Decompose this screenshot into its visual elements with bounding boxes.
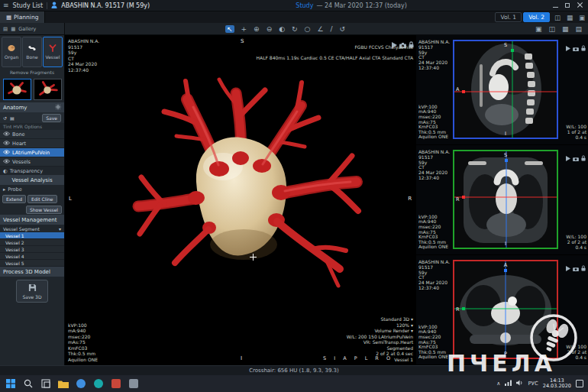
study-date: — 24 Mar 2020 12:37 (today) [316,2,406,9]
crosshair-cursor[interactable] [250,254,257,261]
play-icon[interactable] [566,40,570,54]
mode-vessel-button[interactable]: Vessel [43,37,63,67]
mode-bone-button[interactable]: Bone [22,37,42,67]
show-vessel-button[interactable]: Show Vessel [26,206,62,214]
zoom-in-tool-icon[interactable]: ⊕ [254,25,260,33]
eye-icon[interactable] [3,141,10,147]
lock-icon[interactable] [581,40,586,54]
gear-icon[interactable] [55,104,61,112]
split-view-icon[interactable]: ◫ [554,14,561,21]
cursor-tool-icon[interactable]: ↖ [225,25,234,33]
layout-tools: ▣ ◫ ▦ ▤ [535,23,582,35]
vessel-list-item-4[interactable]: Vessel 4 [0,253,64,260]
tab-vol2[interactable]: Vol. 2 [523,12,550,22]
pan-tool-icon[interactable]: + [241,25,247,33]
teal-app-icon[interactable] [92,377,105,390]
layout-grid-icon[interactable]: ▦ [567,14,573,21]
taskbar-clock[interactable]: 14:1324.03.2020 [543,378,571,390]
sagittal-image[interactable]: S A I [453,40,558,139]
notification-center-icon[interactable] [576,380,583,387]
layout-3-icon[interactable]: ▦ [562,25,569,33]
save-button[interactable]: Save [42,114,61,122]
red-app-icon[interactable] [110,377,122,390]
zoom-level-dropdown[interactable]: 120% ▾ [347,322,413,329]
play-icon[interactable] [566,260,570,274]
play-icon[interactable] [566,150,570,164]
maximize-button[interactable] [565,2,570,9]
angle-tool-icon[interactable]: ∠ [317,25,323,33]
vessel-list-item-2[interactable]: Vessel 2 [0,239,64,246]
layer-row-bone[interactable]: Bone [0,130,64,139]
mode-organ-label: Organ [5,54,18,60]
view-scan-parameters: kVP:100mA:940msec:220 mAs:75KrnFC03Thk:0… [418,215,448,250]
eye-icon[interactable] [3,159,10,165]
network-icon[interactable] [505,380,512,387]
remove-fragments-button[interactable]: Remove Fragments [0,69,64,76]
gallery-thumbnail-1[interactable] [3,79,31,100]
study-list-button[interactable]: Study List [13,2,44,9]
undo-icon[interactable]: ↺ [3,115,7,121]
tab-planning[interactable]: ▦ Planning [0,11,45,23]
panel-toggle-icon[interactable]: ▣ [579,14,585,21]
tab-vol1[interactable]: Vol. 1 [495,12,522,22]
browser-icon[interactable] [75,377,87,390]
chevron-down-icon: ▾ [59,226,61,232]
mode-organ-button[interactable]: Organ [2,37,21,67]
layer-row-heart[interactable]: Heart [0,139,64,148]
study-label[interactable]: Study [296,2,313,9]
save-3d-button[interactable]: Save 3D [16,280,48,303]
camera-icon[interactable] [573,260,579,274]
gallery-thumbnail-2[interactable] [34,79,62,100]
vessel-segment-dropdown[interactable]: Vessel Segment ▾ [0,225,64,232]
rotate-tool-icon[interactable]: ↻ [292,25,298,33]
heart-3d-render[interactable] [105,67,372,304]
crosshair-readout: Crosshair: 656 HU (1.8, 9.3, 39.3) [249,368,339,374]
vessel-list-item-5[interactable]: Vessel 5 [0,260,64,267]
view-sagittal[interactable]: ABASHIN N.A.9151759y CT24 Mar 202012:37:… [416,35,588,145]
zoom-out-tool-icon[interactable]: ⊖ [267,25,273,33]
window-level-tool-icon[interactable]: ◐ [279,25,285,33]
layer-row-vessels[interactable]: Vessels [0,157,64,167]
gray-app-icon[interactable] [128,377,140,390]
render-mode-dropdown[interactable]: Volume Render ▾ [347,328,413,334]
probe-label: Probe [8,186,21,193]
lock-icon[interactable] [581,260,586,274]
camera-icon[interactable] [573,150,579,164]
camera-icon[interactable] [573,40,579,54]
vessel-list-item-1[interactable]: Vessel 1 [0,232,64,239]
layout-2-icon[interactable]: ◫ [548,25,555,33]
layout-1-icon[interactable]: ▣ [535,25,542,33]
coronal-image[interactable]: S R I [453,150,558,249]
study-selector[interactable]: Study — 24 Mar 2020 12:37 (today) [153,2,549,9]
view-coronal[interactable]: ABASHIN N.A.9151759y CT24 Mar 202012:37:… [416,145,588,255]
minimize-button[interactable] [553,2,558,9]
gallery-grid-icon[interactable]: ▦ [11,26,15,32]
volume-icon[interactable] [516,380,523,387]
viewport-3d[interactable]: ABASHIN N.A.9151759y CT24 Mar 202012:37:… [65,35,416,365]
transparency-control[interactable]: ◐ Transparency [0,167,64,175]
start-button[interactable] [5,377,17,390]
probe-caret-icon: ▸ [3,186,5,193]
undo-tool-icon[interactable]: ↺ [340,25,346,33]
layer-row-latriumpulvein[interactable]: LAtriumPulVein [0,148,64,157]
file-explorer-icon[interactable] [57,377,69,390]
probe-row[interactable]: ▸ Probe [0,185,64,193]
circle-roi-tool-icon[interactable]: ○ [305,25,311,33]
eye-icon[interactable] [3,150,10,156]
edit-cline-button[interactable]: Edit Cline [27,195,57,203]
eye-icon[interactable] [3,131,10,138]
vessel-list-item-3[interactable]: Vessel 3 [0,246,64,253]
render-preset-dropdown[interactable]: Standard 3D ▾ [347,316,413,322]
layout-4-icon[interactable]: ▤ [575,25,582,33]
task-view-icon[interactable] [40,377,52,390]
extend-button[interactable]: Extend [2,195,26,203]
render-settings: Standard 3D ▾ 120% ▾ Volume Render ▾ W/L… [347,316,413,362]
language-indicator[interactable]: РУС [528,381,538,387]
close-button[interactable] [577,2,583,9]
gallery-rows-icon[interactable]: ▤ [3,26,8,32]
tray-expand-icon[interactable]: ∧ [496,381,500,387]
line-measure-tool-icon[interactable]: / [331,25,333,33]
layers-icon[interactable]: ▤ [10,115,15,121]
lock-icon[interactable] [581,150,586,164]
search-icon[interactable] [22,377,34,390]
